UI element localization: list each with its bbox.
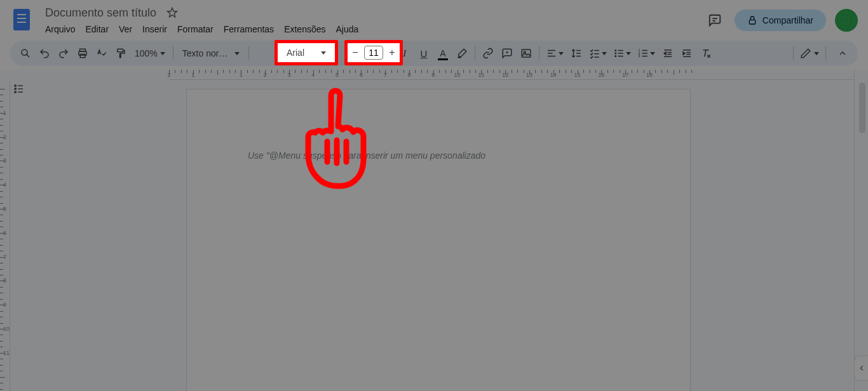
font-family-value: Arial bbox=[287, 48, 304, 58]
chevron-down-icon bbox=[602, 52, 607, 55]
workspace: 1234567891011 21123456789101112131415161… bbox=[0, 70, 868, 391]
svg-text:3: 3 bbox=[638, 54, 640, 58]
svg-rect-9 bbox=[118, 49, 123, 52]
svg-point-24 bbox=[615, 53, 616, 54]
style-value: Texto nor… bbox=[182, 48, 228, 58]
document-page[interactable]: Use "@Menu suspenso para inserir um menu… bbox=[186, 89, 691, 391]
align-button[interactable] bbox=[543, 44, 566, 63]
clear-formatting-button[interactable] bbox=[697, 44, 715, 63]
menu-formatar[interactable]: Formatar bbox=[173, 22, 218, 37]
paragraph-style-select[interactable]: Texto nor… bbox=[177, 48, 245, 58]
svg-point-47 bbox=[15, 91, 17, 93]
chevron-down-icon bbox=[626, 52, 631, 55]
text-color-button[interactable]: A bbox=[434, 44, 452, 63]
menu-inserir[interactable]: Inserir bbox=[138, 22, 172, 37]
print-button[interactable] bbox=[74, 44, 92, 63]
app-header: Documento sem título Arquivo Editar Ver … bbox=[0, 0, 868, 37]
svg-point-25 bbox=[615, 56, 616, 57]
chevron-down-icon bbox=[160, 52, 165, 55]
editing-mode-button[interactable] bbox=[797, 44, 822, 63]
comment-history-icon[interactable] bbox=[704, 10, 726, 31]
chevron-down-icon bbox=[814, 52, 819, 55]
insert-link-button[interactable] bbox=[479, 44, 497, 63]
svg-point-45 bbox=[15, 85, 17, 87]
add-comment-button[interactable] bbox=[498, 44, 516, 63]
svg-point-23 bbox=[615, 50, 616, 51]
share-button[interactable]: Compartilhar bbox=[735, 10, 826, 31]
lock-icon bbox=[747, 15, 757, 25]
search-menus-button[interactable] bbox=[17, 44, 34, 63]
svg-point-46 bbox=[15, 88, 17, 90]
font-size-highlight: − + bbox=[344, 40, 403, 65]
menu-ferramentas[interactable]: Ferramentas bbox=[219, 22, 278, 37]
side-panel bbox=[854, 70, 868, 391]
checklist-button[interactable] bbox=[587, 44, 609, 63]
chevron-down-icon bbox=[650, 52, 655, 55]
placeholder-text: Use "@Menu suspenso para inserir um menu… bbox=[248, 150, 629, 161]
paint-format-button[interactable] bbox=[112, 44, 130, 63]
svg-line-5 bbox=[27, 55, 29, 57]
svg-rect-2 bbox=[749, 20, 755, 24]
document-scroll-area[interactable]: Use "@Menu suspenso para inserir um menu… bbox=[23, 81, 854, 391]
highlight-color-button[interactable] bbox=[453, 44, 471, 63]
horizontal-ruler[interactable]: 21123456789101112131415161718 bbox=[169, 70, 854, 80]
insert-image-button[interactable] bbox=[517, 44, 535, 63]
line-spacing-button[interactable] bbox=[567, 44, 585, 63]
decrease-indent-button[interactable] bbox=[659, 44, 677, 63]
decrease-font-size-button[interactable]: − bbox=[348, 45, 363, 60]
title-area: Documento sem título Arquivo Editar Ver … bbox=[41, 5, 696, 37]
svg-rect-12 bbox=[522, 50, 531, 57]
font-size-control: − + bbox=[348, 45, 400, 60]
document-title-input[interactable]: Documento sem título bbox=[41, 4, 161, 22]
font-family-highlight: Arial bbox=[275, 40, 338, 65]
vertical-ruler[interactable]: 1234567891011 bbox=[0, 81, 10, 391]
font-size-input[interactable] bbox=[364, 46, 383, 60]
account-avatar[interactable] bbox=[835, 9, 858, 32]
show-side-panel-button[interactable] bbox=[854, 355, 868, 381]
menu-ajuda[interactable]: Ajuda bbox=[332, 22, 363, 37]
docs-logo[interactable] bbox=[10, 5, 33, 34]
svg-point-4 bbox=[22, 50, 27, 55]
menu-ver[interactable]: Ver bbox=[114, 22, 137, 37]
toolbar: 100% Texto nor… B I U A 123 bbox=[10, 41, 858, 66]
star-icon[interactable] bbox=[166, 6, 179, 19]
zoom-value: 100% bbox=[135, 48, 158, 58]
chevron-down-icon bbox=[234, 52, 240, 55]
vertical-scrollbar[interactable] bbox=[859, 83, 865, 359]
chevron-down-icon bbox=[559, 52, 564, 55]
chevron-down-icon bbox=[321, 51, 326, 55]
horizontal-ruler-wrap: 21123456789101112131415161718 bbox=[23, 70, 854, 81]
underline-button[interactable]: U bbox=[415, 44, 433, 63]
redo-button[interactable] bbox=[55, 44, 72, 63]
collapse-toolbar-button[interactable] bbox=[834, 44, 851, 63]
bulleted-list-button[interactable] bbox=[611, 44, 634, 63]
menu-extensoes[interactable]: Extensões bbox=[280, 22, 330, 37]
increase-indent-button[interactable] bbox=[678, 44, 696, 63]
undo-button[interactable] bbox=[36, 44, 53, 63]
numbered-list-button[interactable]: 123 bbox=[635, 44, 658, 63]
font-family-select[interactable]: Arial bbox=[280, 44, 332, 61]
header-right: Compartilhar bbox=[704, 5, 858, 32]
zoom-select[interactable]: 100% bbox=[131, 48, 169, 58]
menu-editar[interactable]: Editar bbox=[81, 22, 113, 37]
spellcheck-button[interactable] bbox=[93, 44, 111, 63]
increase-font-size-button[interactable]: + bbox=[384, 45, 400, 60]
share-label: Compartilhar bbox=[763, 15, 813, 25]
menubar: Arquivo Editar Ver Inserir Formatar Ferr… bbox=[41, 22, 696, 37]
menu-arquivo[interactable]: Arquivo bbox=[41, 22, 79, 37]
